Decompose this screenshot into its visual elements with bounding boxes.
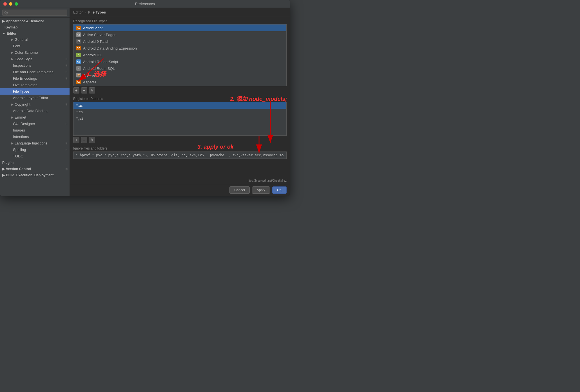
arrow-icon: ▶: [2, 167, 5, 171]
edit-file-type-button[interactable]: ✎: [89, 87, 95, 93]
copy-icon: ⎘: [66, 168, 67, 171]
breadcrumb-sep: ›: [85, 10, 86, 14]
sidebar-item-language-injections[interactable]: ▶ Language Injections ⎘: [0, 140, 70, 146]
file-type-icon: AS: [76, 26, 81, 30]
sidebar-item-emmet[interactable]: ▶ Emmet: [0, 114, 70, 121]
sidebar-item-label: Android Layout Editor: [13, 96, 48, 100]
sidebar-item-label: Images: [13, 128, 25, 132]
sidebar-item-code-style[interactable]: ▶ Code Style ⎘: [0, 56, 70, 62]
sidebar-item-label: Keymap: [5, 25, 18, 29]
maximize-button[interactable]: [15, 2, 18, 6]
ok-button[interactable]: OK: [272, 186, 287, 194]
sidebar-item-spelling[interactable]: Spelling ⎘: [0, 146, 70, 153]
copy-icon: ⎘: [66, 77, 67, 80]
file-type-item[interactable]: AJAspectJ: [73, 79, 286, 85]
window-controls[interactable]: [3, 2, 18, 6]
sidebar-item-android-layout[interactable]: Android Layout Editor: [0, 95, 70, 101]
file-type-label: Android Room SQL: [83, 66, 115, 71]
file-type-label: AspectJ: [83, 80, 96, 84]
arrow-icon: ▶: [11, 57, 14, 61]
minimize-button[interactable]: [9, 2, 12, 6]
sidebar-item-label: Build, Execution, Deployment: [6, 173, 53, 177]
pattern-item[interactable]: *.es: [73, 109, 286, 115]
sidebar-item-font[interactable]: Font: [0, 43, 70, 49]
title-bar: Preferences: [0, 0, 290, 8]
file-type-label: Android 9-Patch: [83, 39, 109, 44]
file-type-item[interactable]: ASActive Server Pages: [73, 31, 286, 38]
search-input[interactable]: [2, 10, 67, 16]
sidebar-item-label: Appearance & Behavior: [6, 19, 44, 23]
sidebar-item-build-execution[interactable]: ▶ Build, Execution, Deployment: [0, 172, 70, 178]
add-pattern-button[interactable]: +: [73, 137, 79, 143]
sidebar-item-label: Live Templates: [13, 83, 37, 87]
bottom-bar: Cancel Apply OK: [70, 184, 290, 196]
sidebar-item-copyright[interactable]: ▶ Copyright ⎘: [0, 101, 70, 108]
copy-icon: ⎘: [66, 64, 67, 67]
file-type-icon: AS: [76, 32, 81, 37]
sidebar-item-color-scheme[interactable]: ▶ Color Scheme: [0, 49, 70, 56]
ignore-section: Ignore files and folders: [70, 144, 290, 161]
sidebar-item-label: General: [15, 37, 28, 42]
breadcrumb-editor: Editor: [73, 10, 83, 14]
arrow-icon: ▶: [2, 173, 5, 177]
sidebar-item-plugins[interactable]: Plugins: [0, 159, 70, 166]
apply-button[interactable]: Apply: [252, 186, 270, 194]
ignore-input[interactable]: [73, 152, 287, 159]
sidebar-item-label: Font: [13, 44, 20, 48]
content-wrapper: Editor › File Types Recognized File Type…: [70, 8, 290, 184]
sidebar-item-label: Emmet: [15, 115, 26, 119]
patterns-list: *.as*.es*.js2: [73, 102, 287, 136]
file-type-item[interactable]: AAndroid IDL: [73, 52, 286, 58]
sidebar-item-todo[interactable]: TODO: [0, 153, 70, 159]
sidebar-item-file-types[interactable]: File Types: [0, 88, 70, 95]
sidebar-item-keymap[interactable]: Keymap: [0, 24, 70, 30]
copy-icon: ⎘: [66, 57, 67, 61]
copy-icon: ⎘: [66, 122, 67, 125]
sidebar-item-label: Version Control: [6, 167, 31, 171]
watermark: https://blog.csdn.net/GreekMrzzj: [247, 179, 287, 182]
copy-icon: ⎘: [66, 70, 67, 74]
sidebar-item-label: Inspections: [13, 63, 32, 68]
sidebar-item-appearance[interactable]: ▶ Appearance & Behavior: [0, 18, 70, 24]
sidebar-item-gui-designer[interactable]: GUI Designer ⎘: [0, 121, 70, 127]
pattern-item[interactable]: *.js2: [73, 115, 286, 122]
sidebar-item-label: Spelling: [13, 148, 26, 152]
edit-pattern-button[interactable]: ✎: [89, 137, 95, 143]
sidebar-item-file-code-templates[interactable]: File and Code Templates ⎘: [0, 69, 70, 75]
file-type-item[interactable]: DBAndroid Data Binding Expression: [73, 45, 286, 52]
remove-file-type-button[interactable]: −: [81, 87, 87, 93]
sidebar-item-inspections[interactable]: Inspections ⎘: [0, 62, 70, 69]
file-type-item[interactable]: 📦Archive: [73, 72, 286, 79]
file-type-icon: RS: [76, 59, 81, 64]
sidebar-item-intentions[interactable]: Intentions: [0, 133, 70, 140]
cancel-button[interactable]: Cancel: [229, 186, 249, 194]
file-type-icon: AJ: [76, 80, 81, 84]
sidebar-item-version-control[interactable]: ▶ Version Control ⎘: [0, 166, 70, 172]
pattern-item[interactable]: *.as: [73, 102, 286, 109]
file-type-item[interactable]: RSAndroid RenderScript: [73, 58, 286, 65]
arrow-icon: ▶: [11, 51, 14, 54]
file-type-label: Active Server Pages: [83, 33, 116, 37]
sidebar-item-file-encodings[interactable]: File Encodings ⎘: [0, 75, 70, 82]
sidebar-item-editor[interactable]: ▼ Editor: [0, 30, 70, 36]
sidebar-item-general[interactable]: ▶ General: [0, 36, 70, 43]
file-type-item[interactable]: ☐Android 9-Patch: [73, 38, 286, 45]
ignore-label: Ignore files and folders: [70, 144, 290, 152]
add-file-type-button[interactable]: +: [73, 87, 79, 93]
sidebar-item-label: Code Style: [15, 57, 33, 61]
arrow-icon: ▼: [2, 32, 6, 35]
close-button[interactable]: [3, 2, 7, 6]
file-type-item[interactable]: ASActionScript: [73, 24, 286, 31]
file-type-label: Android IDL: [83, 53, 102, 57]
sidebar-item-label: File Encodings: [13, 76, 37, 81]
sidebar-item-android-data-binding[interactable]: Android Data Binding: [0, 108, 70, 114]
sidebar-item-label: Copyright: [15, 102, 30, 106]
file-type-item[interactable]: ≡Android Room SQL: [73, 65, 286, 72]
sidebar-item-images[interactable]: Images: [0, 127, 70, 133]
main-layout: ▶ Appearance & Behavior Keymap ▼ Editor …: [0, 8, 290, 196]
remove-pattern-button[interactable]: −: [81, 137, 87, 143]
content-panel: Editor › File Types Recognized File Type…: [70, 8, 290, 196]
arrow-icon: ▶: [11, 38, 14, 41]
sidebar-item-live-templates[interactable]: Live Templates: [0, 82, 70, 88]
sidebar-item-label: Color Scheme: [15, 50, 38, 55]
